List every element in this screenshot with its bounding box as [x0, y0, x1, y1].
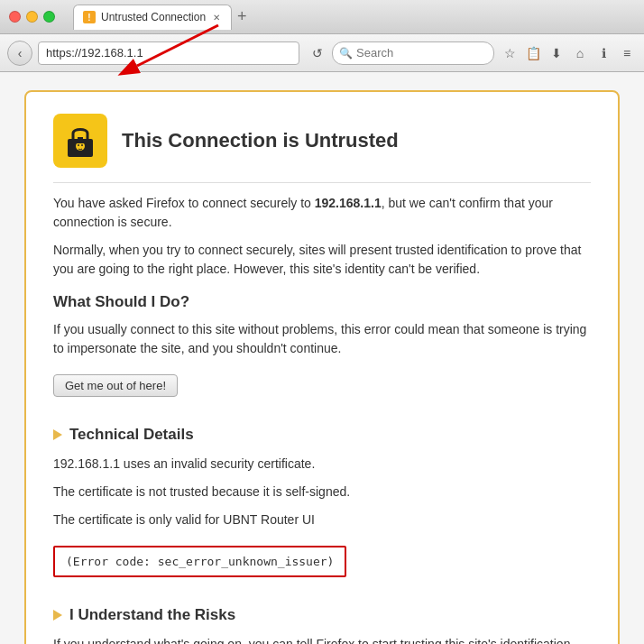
error-header: This Connection is Untrusted: [53, 114, 591, 168]
refresh-button[interactable]: ↺: [308, 44, 327, 62]
error-title: This Connection is Untrusted: [122, 129, 399, 152]
tech-details-section[interactable]: Technical Details: [53, 426, 591, 444]
url-text: https://192.168.1.1: [46, 46, 143, 60]
back-button[interactable]: ‹: [7, 41, 32, 66]
traffic-lights: [9, 11, 55, 23]
search-container: 🔍: [332, 41, 494, 65]
url-bar[interactable]: https://192.168.1.1: [38, 41, 299, 65]
description2: Normally, when you try to connect secure…: [53, 241, 591, 279]
tab-warning-icon: !: [83, 11, 96, 23]
divider1: [53, 182, 591, 183]
svg-rect-8: [78, 137, 83, 142]
understand-text1: If you understand what's going on, you c…: [53, 635, 591, 644]
minimize-button[interactable]: [26, 11, 38, 23]
toolbar-icons: ☆ 📋 ⬇ ⌂ ℹ ≡: [500, 43, 637, 63]
tech-text2: The certificate is not trusted because i…: [53, 483, 591, 501]
bookmark-icon[interactable]: ☆: [500, 43, 520, 63]
menu-icon[interactable]: ≡: [617, 43, 637, 63]
toolbar: ‹ https://192.168.1.1 ↺ 🔍 ☆ 📋 ⬇ ⌂ ℹ ≡: [0, 34, 644, 72]
tab-title: Untrusted Connection: [101, 11, 206, 23]
titlebar: ! Untrusted Connection ✕ +: [0, 0, 644, 34]
error-code-box: (Error code: sec_error_unknown_issuer): [53, 546, 346, 577]
description1: You have asked Firefox to connect secure…: [53, 194, 591, 232]
search-input[interactable]: [332, 41, 494, 65]
content-area: This Connection is Untrusted You have as…: [0, 72, 644, 644]
search-icon: 🔍: [339, 47, 353, 60]
tab-close-button[interactable]: ✕: [211, 11, 222, 24]
tab-bar: ! Untrusted Connection ✕ +: [73, 5, 635, 30]
understand-risks-title: I Understand the Risks: [69, 606, 235, 624]
tech-details-title: Technical Details: [69, 426, 194, 444]
collapse-triangle-icon: [53, 429, 62, 440]
info-icon[interactable]: ℹ: [593, 43, 613, 63]
tech-text1: 192.168.1.1 uses an invalid security cer…: [53, 455, 591, 474]
svg-point-6: [81, 144, 83, 146]
error-card: This Connection is Untrusted You have as…: [24, 90, 620, 644]
close-button[interactable]: [9, 11, 21, 23]
error-icon: [53, 114, 107, 168]
get-out-button[interactable]: Get me out of here!: [53, 374, 178, 397]
svg-point-5: [78, 144, 79, 146]
lock-broken-icon: [60, 121, 100, 161]
reader-icon[interactable]: 📋: [523, 43, 543, 63]
tech-text3: The certificate is only valid for UBNT R…: [53, 511, 591, 529]
what-should-title: What Should I Do?: [53, 293, 591, 311]
home-icon[interactable]: ⌂: [570, 43, 590, 63]
what-should-text: If you usually connect to this site with…: [53, 320, 591, 358]
maximize-button[interactable]: [43, 11, 55, 23]
download-icon[interactable]: ⬇: [547, 43, 566, 63]
ip-address: 192.168.1.1: [315, 196, 382, 210]
understand-risks-section[interactable]: I Understand the Risks: [53, 606, 591, 624]
collapse-triangle-icon2: [53, 610, 62, 621]
new-tab-button[interactable]: +: [237, 7, 247, 26]
error-code-text: (Error code: sec_error_unknown_issuer): [66, 555, 334, 568]
active-tab[interactable]: ! Untrusted Connection ✕: [73, 5, 232, 30]
